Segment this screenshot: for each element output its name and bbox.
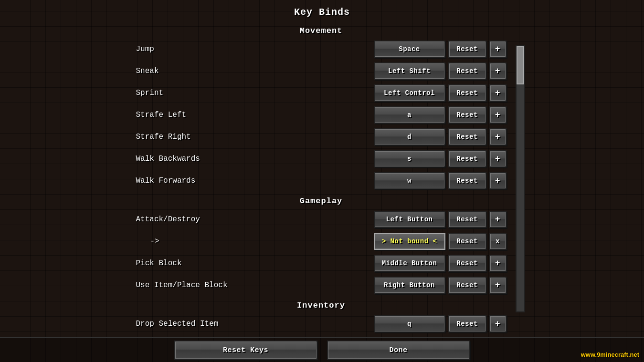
controls-drop-selected: q Reset + bbox=[374, 315, 507, 332]
reset-button-walk-backwards[interactable]: Reset bbox=[448, 150, 486, 167]
key-button-pick-block[interactable]: Middle Button bbox=[374, 255, 445, 272]
controls-strafe-left: a Reset + bbox=[374, 106, 507, 124]
reset-button-arrow[interactable]: Reset bbox=[448, 233, 486, 250]
reset-button-pick-block[interactable]: Reset bbox=[448, 255, 486, 272]
reset-keys-button[interactable]: Reset Keys bbox=[174, 341, 317, 360]
reset-button-sprint[interactable]: Reset bbox=[448, 84, 486, 102]
controls-jump: Space Reset + bbox=[374, 41, 507, 58]
keybind-row-walk-forwards: Walk Forwards w Reset + bbox=[127, 170, 516, 192]
reset-button-jump[interactable]: Reset bbox=[448, 41, 486, 58]
key-button-walk-backwards[interactable]: s bbox=[374, 150, 445, 167]
keybind-row-attack-destroy: Attack/Destroy Left Button Reset + bbox=[127, 208, 516, 230]
reset-button-walk-forwards[interactable]: Reset bbox=[448, 172, 486, 189]
key-button-jump[interactable]: Space bbox=[374, 41, 445, 58]
label-sneak: Sneak bbox=[136, 67, 374, 75]
plus-button-jump[interactable]: + bbox=[489, 41, 507, 58]
keybind-row-strafe-right: Strafe Right d Reset + bbox=[127, 126, 516, 148]
controls-arrow: > Not bound < Reset x bbox=[374, 233, 507, 250]
key-button-strafe-left[interactable]: a bbox=[374, 106, 445, 124]
plus-button-drop-selected[interactable]: + bbox=[489, 315, 507, 332]
section-header-gameplay: Gameplay bbox=[127, 192, 516, 208]
label-use-item: Use Item/Place Block bbox=[136, 281, 374, 290]
keybind-row-strafe-left: Strafe Left a Reset + bbox=[127, 104, 516, 126]
key-button-strafe-right[interactable]: d bbox=[374, 128, 445, 145]
plus-button-strafe-right[interactable]: + bbox=[489, 128, 507, 145]
reset-button-strafe-right[interactable]: Reset bbox=[448, 128, 486, 145]
label-jump: Jump bbox=[136, 45, 374, 53]
controls-sprint: Left Control Reset + bbox=[374, 84, 507, 102]
scroll-area: Movement Jump Space Reset + Sneak Left S… bbox=[0, 21, 644, 337]
label-pick-block: Pick Block bbox=[136, 259, 374, 268]
content-area[interactable]: Movement Jump Space Reset + Sneak Left S… bbox=[127, 21, 518, 337]
keybind-row-arrow: -> > Not bound < Reset x bbox=[127, 230, 516, 252]
section-header-movement: Movement bbox=[127, 21, 516, 38]
plus-button-walk-backwards[interactable]: + bbox=[489, 150, 507, 167]
keybind-row-pick-block: Pick Block Middle Button Reset + bbox=[127, 252, 516, 274]
label-sprint: Sprint bbox=[136, 89, 374, 97]
x-button-arrow[interactable]: x bbox=[489, 233, 507, 250]
key-button-use-item[interactable]: Right Button bbox=[374, 277, 445, 294]
controls-use-item: Right Button Reset + bbox=[374, 277, 507, 294]
reset-button-drop-selected[interactable]: Reset bbox=[448, 315, 486, 332]
controls-strafe-right: d Reset + bbox=[374, 128, 507, 145]
key-button-attack-destroy[interactable]: Left Button bbox=[374, 211, 445, 228]
plus-button-sneak[interactable]: + bbox=[489, 62, 507, 80]
reset-button-use-item[interactable]: Reset bbox=[448, 277, 486, 294]
scrollbar-track[interactable] bbox=[516, 45, 525, 312]
label-drop-selected: Drop Selected Item bbox=[136, 320, 374, 328]
controls-pick-block: Middle Button Reset + bbox=[374, 255, 507, 272]
section-header-inventory: Inventory bbox=[127, 296, 516, 313]
plus-button-use-item[interactable]: + bbox=[489, 277, 507, 294]
bottom-bar: Reset Keys Done bbox=[0, 337, 644, 362]
key-button-not-bound[interactable]: > Not bound < bbox=[374, 233, 445, 250]
controls-walk-backwards: s Reset + bbox=[374, 150, 507, 167]
label-walk-forwards: Walk Forwards bbox=[136, 176, 374, 185]
keybind-row-use-item: Use Item/Place Block Right Button Reset … bbox=[127, 274, 516, 296]
label-arrow: -> bbox=[136, 237, 374, 246]
label-walk-backwards: Walk Backwards bbox=[136, 155, 374, 163]
plus-button-strafe-left[interactable]: + bbox=[489, 106, 507, 124]
keybind-row-drop-selected: Drop Selected Item q Reset + bbox=[127, 313, 516, 335]
reset-button-strafe-left[interactable]: Reset bbox=[448, 106, 486, 124]
done-button[interactable]: Done bbox=[327, 341, 470, 360]
plus-button-sprint[interactable]: + bbox=[489, 84, 507, 102]
key-button-sprint[interactable]: Left Control bbox=[374, 84, 445, 102]
scrollbar-thumb[interactable] bbox=[517, 46, 524, 84]
keybind-row-jump: Jump Space Reset + bbox=[127, 38, 516, 60]
key-button-sneak[interactable]: Left Shift bbox=[374, 62, 445, 80]
keybind-row-sneak: Sneak Left Shift Reset + bbox=[127, 60, 516, 82]
watermark: www.9minecraft.net bbox=[581, 351, 639, 358]
key-button-drop-selected[interactable]: q bbox=[374, 315, 445, 332]
reset-button-attack-destroy[interactable]: Reset bbox=[448, 211, 486, 228]
main-container: Key Binds Movement Jump Space Reset + Sn… bbox=[0, 0, 644, 362]
controls-walk-forwards: w Reset + bbox=[374, 172, 507, 189]
label-strafe-right: Strafe Right bbox=[136, 133, 374, 141]
plus-button-pick-block[interactable]: + bbox=[489, 255, 507, 272]
keybind-row-walk-backwards: Walk Backwards s Reset + bbox=[127, 148, 516, 170]
controls-attack-destroy: Left Button Reset + bbox=[374, 211, 507, 228]
controls-sneak: Left Shift Reset + bbox=[374, 62, 507, 80]
keybind-row-sprint: Sprint Left Control Reset + bbox=[127, 82, 516, 104]
label-strafe-left: Strafe Left bbox=[136, 111, 374, 119]
plus-button-walk-forwards[interactable]: + bbox=[489, 172, 507, 189]
plus-button-attack-destroy[interactable]: + bbox=[489, 211, 507, 228]
page-title: Key Binds bbox=[294, 0, 350, 21]
reset-button-sneak[interactable]: Reset bbox=[448, 62, 486, 80]
label-attack-destroy: Attack/Destroy bbox=[136, 215, 374, 224]
key-button-walk-forwards[interactable]: w bbox=[374, 172, 445, 189]
